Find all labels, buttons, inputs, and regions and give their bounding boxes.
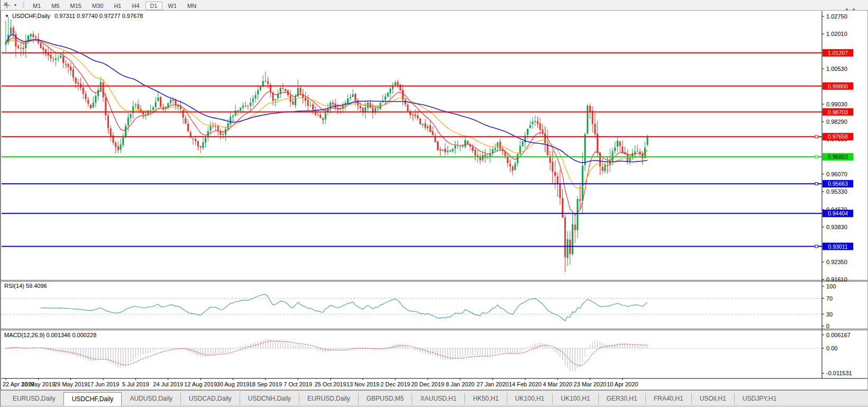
timeframe-button-h1[interactable]: H1 bbox=[109, 2, 126, 10]
tab-usdcad-daily[interactable]: USDCAD,Daily bbox=[180, 393, 240, 404]
candle-body bbox=[514, 164, 516, 170]
chart-workspace[interactable]: 1.027501.020101.005300.990300.982900.975… bbox=[1, 10, 868, 390]
candle-body bbox=[10, 28, 12, 34]
date-label: 10 May 2019 bbox=[22, 381, 56, 387]
candle-body bbox=[457, 146, 459, 146]
tab-scroll-arrows[interactable]: ◂▸ bbox=[845, 6, 861, 12]
macd-tick-label: -0.011531 bbox=[826, 370, 852, 376]
chart-cursor-tool-icon[interactable] bbox=[2, 1, 12, 10]
tab-xauusd-h1[interactable]: XAUUSD,H1 bbox=[412, 393, 464, 404]
candle-body bbox=[527, 129, 528, 134]
price-tick-label: 0.95330 bbox=[826, 188, 847, 195]
candle-body bbox=[507, 157, 508, 163]
candle-body bbox=[215, 126, 216, 127]
date-label: 25 Oct 2019 bbox=[315, 381, 346, 387]
candle-body bbox=[17, 46, 19, 48]
candle-body bbox=[55, 58, 57, 60]
tab-uk100-h1[interactable]: UK100,H1 bbox=[507, 393, 552, 404]
tab-gbpusd-m5[interactable]: GBPUSD,M5 bbox=[358, 393, 412, 404]
line-drag-handle[interactable] bbox=[815, 135, 818, 138]
candle-body bbox=[522, 141, 524, 146]
candle-body bbox=[145, 114, 147, 115]
candle-body bbox=[534, 121, 536, 122]
price-tick-label: 0.96070 bbox=[826, 171, 847, 177]
candle-body bbox=[604, 165, 606, 171]
chart-ohlc-values: 0.97311 0.97740 0.97277 0.97678 bbox=[54, 13, 143, 19]
tab-ger30-h1[interactable]: GER30,H1 bbox=[598, 393, 645, 404]
mt4-window: ▾ M1M5M15M30H1H4D1W1MN 1.027501.020101.0… bbox=[0, 0, 868, 407]
timeframe-button-m1[interactable]: M1 bbox=[28, 2, 45, 10]
candle-body bbox=[160, 97, 161, 106]
tab-eurusd-daily[interactable]: EURUSD,Daily bbox=[5, 393, 63, 404]
candle-body bbox=[412, 114, 414, 115]
candle-body bbox=[245, 105, 246, 106]
candle-body bbox=[440, 149, 441, 150]
candle-body bbox=[185, 118, 186, 124]
tab-hk50-h1[interactable]: HK50,H1 bbox=[464, 393, 507, 404]
tab-fra40-h1[interactable]: FRA40,H1 bbox=[645, 393, 691, 404]
candle-body bbox=[210, 126, 212, 131]
timeframe-button-d1[interactable]: D1 bbox=[145, 2, 162, 10]
tab-usdjpy-h1[interactable]: USDJPY,H1 bbox=[734, 393, 784, 404]
date-label: 13 Nov 2019 bbox=[346, 381, 379, 387]
candle-body bbox=[222, 134, 224, 135]
tab-audusd-daily[interactable]: AUDUSD,Daily bbox=[122, 393, 180, 404]
date-label: 30 Aug 2019 bbox=[217, 381, 250, 387]
tab-uk100-h1[interactable]: UK100,H1 bbox=[552, 393, 598, 404]
price-label-text: 0.99800 bbox=[828, 83, 848, 89]
candle-body bbox=[225, 129, 226, 135]
candle-body bbox=[60, 56, 61, 58]
candle-body bbox=[405, 100, 406, 105]
candle-body bbox=[474, 150, 476, 156]
candle-body bbox=[419, 119, 421, 124]
candle-body bbox=[75, 78, 77, 83]
candle-body bbox=[205, 138, 206, 142]
tab-usdchf-daily[interactable]: USDCHF,Daily bbox=[63, 392, 122, 406]
timeframe-button-m15[interactable]: M15 bbox=[66, 2, 86, 10]
dropdown-caret-icon[interactable]: ▾ bbox=[12, 3, 19, 7]
candle-body bbox=[325, 113, 326, 120]
timeframe-button-h4[interactable]: H4 bbox=[127, 2, 144, 10]
date-label: 29 May 2019 bbox=[54, 381, 88, 387]
candle-body bbox=[360, 106, 361, 108]
candle-body bbox=[464, 140, 466, 147]
candle-body bbox=[479, 157, 481, 160]
date-label: 20 Dec 2019 bbox=[412, 381, 444, 387]
timeframe-button-m5[interactable]: M5 bbox=[47, 2, 64, 10]
price-tick-label: 1.00530 bbox=[826, 66, 847, 72]
candle-body bbox=[307, 100, 309, 106]
timeframe-button-m30[interactable]: M30 bbox=[87, 2, 108, 10]
candle-body bbox=[264, 81, 266, 82]
symbol-dropdown-icon[interactable]: ▼ bbox=[5, 14, 9, 19]
candle-body bbox=[152, 107, 154, 110]
tab-usdcnh-daily[interactable]: USDCNH,Daily bbox=[240, 393, 299, 404]
line-drag-handle[interactable] bbox=[815, 183, 818, 185]
candle-body bbox=[637, 151, 638, 151]
timeframe-button-w1[interactable]: W1 bbox=[163, 2, 182, 10]
tab-eurusd-daily[interactable]: EURUSD,Daily bbox=[299, 393, 358, 404]
timeframe-button-mn[interactable]: MN bbox=[182, 2, 201, 10]
candle-body bbox=[602, 167, 604, 171]
candle-body bbox=[572, 224, 573, 255]
line-drag-handle[interactable] bbox=[815, 156, 818, 158]
candle-body bbox=[157, 97, 159, 101]
chart-frame bbox=[1, 11, 868, 390]
candle-body bbox=[362, 107, 364, 112]
candle-body bbox=[93, 103, 94, 108]
chart-canvas[interactable]: 1.027501.020101.005300.990300.982900.975… bbox=[1, 10, 868, 390]
date-label: 24 Jul 2019 bbox=[153, 381, 183, 387]
line-drag-handle[interactable] bbox=[815, 245, 818, 248]
candle-body bbox=[252, 98, 254, 102]
price-tick-label: 0.99030 bbox=[826, 101, 847, 107]
candle-body bbox=[182, 110, 184, 117]
candle-body bbox=[312, 104, 314, 110]
candle-body bbox=[292, 102, 294, 105]
moving-average-fast bbox=[6, 38, 647, 215]
candle-body bbox=[385, 96, 386, 100]
candle-body bbox=[127, 117, 129, 125]
candle-body bbox=[50, 55, 52, 59]
moving-average-slow bbox=[6, 35, 647, 163]
tab-usoil-h1[interactable]: USOil,H1 bbox=[691, 393, 734, 404]
date-label: 2 Dec 2019 bbox=[380, 381, 410, 387]
candle-body bbox=[397, 82, 399, 85]
